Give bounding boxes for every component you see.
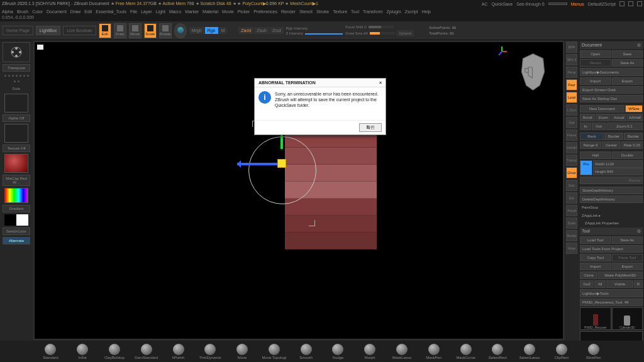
transpose-gizmo-icon[interactable] xyxy=(3,42,30,62)
height-field[interactable]: Height 840 xyxy=(593,168,643,175)
center-button[interactable]: Center xyxy=(602,141,621,149)
tool-thumb[interactable]: ✱PolyMesh3D xyxy=(580,331,643,341)
half-button[interactable]: Half xyxy=(580,151,611,159)
collapse-icon[interactable]: ⊙ xyxy=(637,43,641,48)
draw-size-label[interactable]: Draw Size 64 xyxy=(345,31,368,35)
ok-button[interactable]: 확인 xyxy=(359,123,382,132)
local-button[interactable]: Local xyxy=(566,92,577,103)
brush-morph[interactable]: Morph xyxy=(357,344,383,359)
move-nav-button[interactable]: Move xyxy=(566,243,577,254)
alpha-swatch[interactable] xyxy=(4,94,28,112)
default-zscript[interactable]: DefaultZScript xyxy=(588,2,616,6)
tool-export-button[interactable]: Export xyxy=(612,263,643,270)
zoom-button[interactable]: Zoo xyxy=(566,192,577,204)
brush-inflat[interactable]: Inflat xyxy=(70,344,96,359)
menu-zplugin[interactable]: Zplugin xyxy=(387,9,401,14)
draw-mode-button[interactable]: Draw xyxy=(114,23,126,38)
menu-help[interactable]: Help xyxy=(422,9,431,14)
delete-depth-button[interactable]: DeleteDepthHistory xyxy=(580,195,643,203)
switch-color-button[interactable]: SwitchColor xyxy=(3,228,30,235)
move-mode-button[interactable]: Move xyxy=(129,23,142,38)
brush-cliprect[interactable]: ClipRect xyxy=(549,344,575,359)
menu-light[interactable]: Light xyxy=(156,9,165,14)
actual-button[interactable]: Actual xyxy=(566,205,577,216)
intensity-slider[interactable] xyxy=(305,33,343,35)
resize-button[interactable]: Resize xyxy=(580,177,643,184)
stroke-preview[interactable] xyxy=(3,74,30,84)
goz-all-button[interactable]: All xyxy=(594,280,606,288)
menus-button[interactable]: Menus xyxy=(571,2,584,6)
solo-button[interactable]: Solo xyxy=(566,180,577,191)
zoom-out-button[interactable]: Out xyxy=(592,123,606,130)
make-polymesh-button[interactable]: Make PolyMesh3D xyxy=(598,272,643,279)
aahalf-button[interactable]: AAHalf xyxy=(566,142,577,153)
seethrough-track[interactable] xyxy=(548,3,567,5)
spix-button[interactable]: SPix 3 xyxy=(566,54,577,65)
goz-r-button[interactable]: R xyxy=(634,280,643,288)
menu-file[interactable]: File xyxy=(130,9,137,14)
material-swatch[interactable] xyxy=(4,154,28,173)
brush-hpolish[interactable]: hPolish xyxy=(165,344,191,359)
wsize-toggle[interactable]: WSize xyxy=(625,105,643,112)
menu-alpha[interactable]: Alpha xyxy=(2,9,13,14)
brush-trimdynamic[interactable]: TrimDynamic xyxy=(197,344,223,359)
menu-stroke[interactable]: Stroke xyxy=(316,9,329,14)
brush-masklasso[interactable]: MaskLasso xyxy=(389,344,415,359)
gizmo3d-button[interactable] xyxy=(174,23,187,38)
scale-nav-button[interactable]: Scale xyxy=(566,217,577,229)
zoom-value[interactable]: Zoom 0.1 xyxy=(606,123,643,130)
goz-visible-button[interactable]: Visible xyxy=(606,280,633,288)
brush-smooth[interactable]: Smooth xyxy=(293,344,319,359)
zoom-icon-button[interactable]: Zoom xyxy=(596,114,611,121)
window-max-icon[interactable] xyxy=(628,1,633,6)
border-color[interactable]: Border xyxy=(604,133,623,140)
double-button[interactable]: Double xyxy=(612,151,643,159)
persp-button[interactable]: Persp xyxy=(566,67,577,78)
width-field[interactable]: Width 1120 xyxy=(593,160,643,168)
tool-panel-header[interactable]: Tool⊙ xyxy=(580,228,643,235)
rotate-mode-button[interactable]: Rotate xyxy=(159,23,172,38)
menu-brush[interactable]: Brush xyxy=(17,9,28,14)
window-close-icon[interactable] xyxy=(637,1,642,6)
menu-document[interactable]: Document xyxy=(47,9,67,14)
goz-button[interactable]: GoZ xyxy=(580,280,594,288)
document-panel-header[interactable]: Document⊙ xyxy=(580,41,643,49)
menu-macro[interactable]: Macro xyxy=(169,9,181,14)
saveas-button[interactable]: Save As xyxy=(612,59,643,67)
transp-button[interactable]: Transp xyxy=(566,155,577,166)
copy-tool-button[interactable]: Copy Tool xyxy=(580,254,611,261)
rotate-nav-button[interactable]: Rotate xyxy=(566,230,577,241)
bpr-button[interactable]: BPR xyxy=(566,41,577,53)
color-swatches[interactable] xyxy=(4,214,28,226)
gizmo-x-axis[interactable] xyxy=(237,163,281,165)
scale-mode-button[interactable]: Scale xyxy=(144,23,157,38)
menu-render[interactable]: Render xyxy=(281,9,296,14)
frame-button[interactable]: Frame xyxy=(566,129,577,141)
menu-material[interactable]: Material xyxy=(203,9,218,14)
quicksave-button[interactable]: QuickSave xyxy=(491,2,513,6)
zoom-in-button[interactable]: In xyxy=(580,123,591,130)
zsub-button[interactable]: Zsub xyxy=(254,27,269,34)
load-tool-button[interactable]: Load Tool xyxy=(580,236,611,244)
menu-movie[interactable]: Movie xyxy=(222,9,234,14)
tool-import-button[interactable]: Import xyxy=(580,263,611,270)
m-button[interactable]: M xyxy=(219,27,228,34)
dynamic-toggle[interactable]: Dynamic xyxy=(397,30,414,36)
menu-transform[interactable]: Transform xyxy=(363,9,383,14)
texture-swatch[interactable] xyxy=(4,124,28,143)
alternate-button[interactable]: Alternate xyxy=(3,237,30,244)
menu-essential[interactable]: Essential_Tools xyxy=(96,9,126,14)
open-button[interactable]: Open xyxy=(580,50,611,58)
brush-movetopo[interactable]: Move Topologi xyxy=(261,344,287,359)
rate-slider[interactable]: Rate 0.25 xyxy=(621,141,643,149)
paste-tool-button[interactable]: Paste Tool xyxy=(612,254,643,261)
actual-icon-button[interactable]: Actual xyxy=(611,114,626,121)
close-icon[interactable]: × xyxy=(379,80,382,85)
brush-damstandard[interactable]: DamStandard xyxy=(133,344,159,359)
gradient-label[interactable]: Gradient xyxy=(3,205,30,212)
revert-button[interactable]: Revert xyxy=(580,59,611,67)
brush-maskcurve[interactable]: MaskCurve xyxy=(453,344,479,359)
zapplink-header[interactable]: ZAppLink ▸ xyxy=(580,212,643,219)
live-boolean-button[interactable]: Live Boolean xyxy=(63,26,96,35)
zadd-button[interactable]: Zadd xyxy=(238,27,253,34)
